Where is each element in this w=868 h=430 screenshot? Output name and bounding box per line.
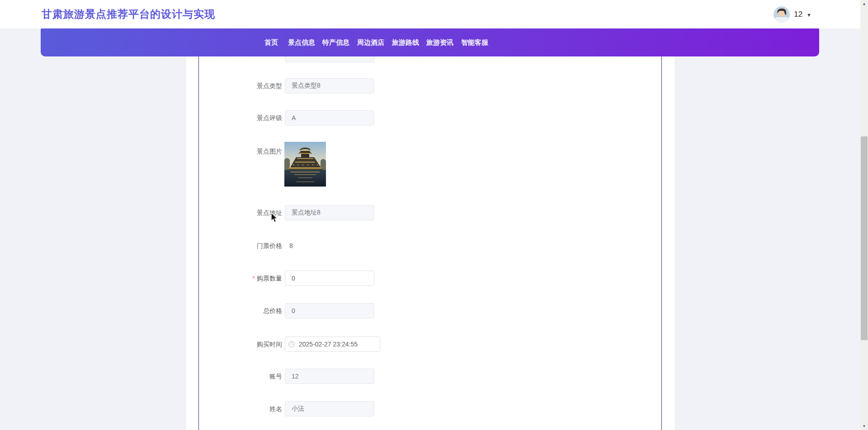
top-header: 甘肃旅游景点推荐平台的设计与实现 12 ▼ [0, 0, 860, 28]
account-label: 账号 [199, 369, 282, 384]
main-navbar: 首页 景点信息 特产信息 周边酒店 旅游路线 旅游资讯 智能客服 [41, 28, 819, 56]
ticket-price-label: 门票价格 [199, 238, 282, 253]
ticket-price-value: 8 [285, 238, 293, 253]
form-row: 景点评级 [199, 110, 661, 126]
attraction-image-thumbnail[interactable] [284, 142, 326, 187]
scroll-up-icon[interactable]: ▲ [860, 0, 868, 8]
cutoff-input [285, 56, 374, 62]
ticket-form-panel: 景点类型 景点评级 景点图片 [198, 56, 662, 430]
ticket-quantity-label: *购票数量 [199, 271, 282, 286]
page-title: 甘肃旅游景点推荐平台的设计与实现 [42, 0, 215, 28]
purchase-time-label: 购买时间 [199, 337, 282, 352]
form-row: 姓名 [199, 401, 661, 416]
user-menu[interactable]: 12 ▼ [774, 0, 811, 28]
form-row: 总价格 [199, 303, 661, 318]
name-label: 姓名 [199, 401, 282, 416]
caret-down-icon[interactable]: ▼ [807, 11, 811, 18]
attraction-type-label: 景点类型 [199, 78, 282, 93]
avatar[interactable] [774, 6, 790, 23]
form-row: *购票数量 [199, 271, 661, 286]
total-price-label: 总价格 [199, 303, 282, 318]
username-label[interactable]: 12 [794, 10, 802, 19]
total-price-input [285, 303, 374, 318]
attraction-address-input [285, 205, 374, 220]
form-row: 景点地址 [199, 205, 661, 220]
form-row: 景点图片 [199, 142, 661, 187]
nav-item-hotels[interactable]: 周边酒店 [357, 28, 384, 56]
attraction-type-input [285, 78, 374, 93]
nav-item-home[interactable]: 首页 [264, 28, 278, 56]
nav-item-specialty[interactable]: 特产信息 [322, 28, 349, 56]
ticket-quantity-input[interactable] [285, 271, 374, 286]
form-row-partial [199, 56, 661, 62]
scrollbar-thumb[interactable] [861, 136, 868, 340]
page-scrollbar[interactable]: ▲ ▼ [860, 0, 868, 430]
page: 甘肃旅游景点推荐平台的设计与实现 12 ▼ 首页 景点信息 特产信息 周边酒店 … [0, 0, 868, 430]
attraction-image-label: 景点图片 [199, 144, 282, 159]
nav-item-news[interactable]: 旅游资讯 [426, 28, 453, 56]
attraction-address-label: 景点地址 [199, 205, 282, 220]
form-row: 账号 [199, 369, 661, 384]
name-input [285, 401, 374, 416]
scroll-down-icon[interactable]: ▼ [860, 422, 868, 430]
form-row: 门票价格 8 [199, 238, 661, 253]
form-row: 购买时间 [199, 337, 661, 352]
required-asterisk: * [253, 275, 255, 282]
purchase-time-input[interactable] [285, 337, 380, 352]
nav-item-attractions[interactable]: 景点信息 [288, 28, 315, 56]
form-row: 景点类型 [199, 78, 661, 93]
attraction-rating-input [285, 110, 374, 126]
nav-item-service[interactable]: 智能客服 [461, 28, 488, 56]
content-area: 景点类型 景点评级 景点图片 [186, 56, 675, 430]
nav-item-routes[interactable]: 旅游路线 [392, 28, 419, 56]
account-input [285, 369, 374, 384]
attraction-rating-label: 景点评级 [199, 110, 282, 126]
